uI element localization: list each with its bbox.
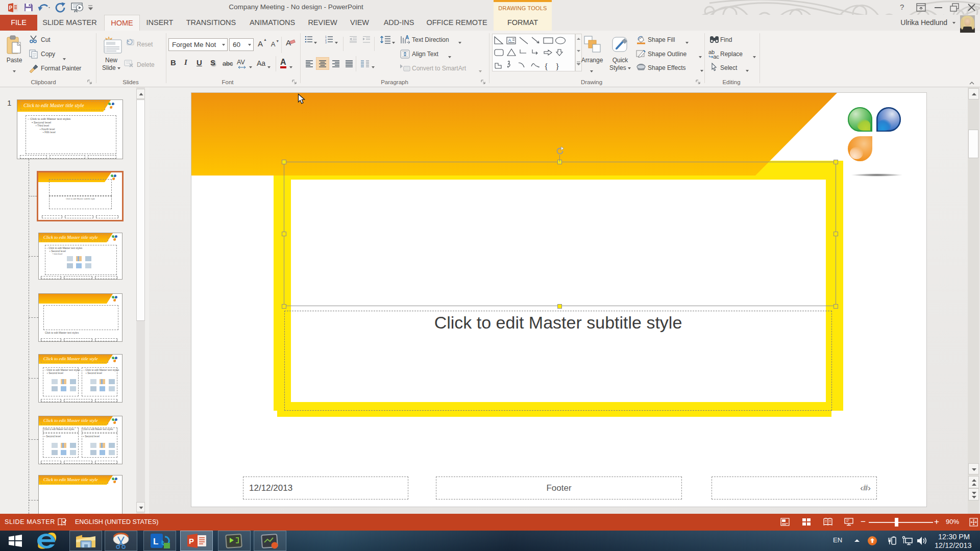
svg-text:A: A [405, 35, 409, 40]
svg-text:A: A [508, 38, 511, 43]
svg-text:}: } [555, 62, 559, 71]
svg-text:3: 3 [325, 41, 327, 43]
svg-text:P: P [9, 5, 13, 11]
svg-text:L: L [153, 537, 158, 546]
svg-text:P: P [189, 537, 194, 545]
svg-text:{: { [544, 62, 548, 71]
